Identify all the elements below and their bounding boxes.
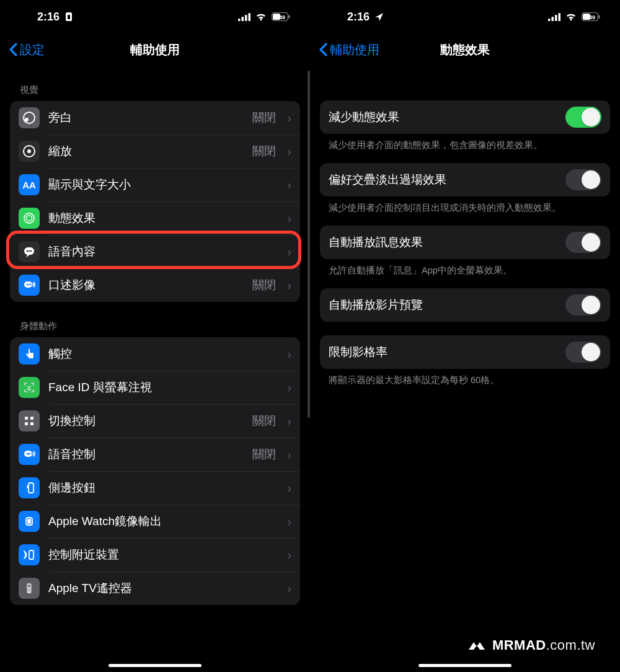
row-voiceover[interactable]: 旁白 關閉 › — [10, 101, 300, 135]
row-watch-mirror[interactable]: Apple Watch鏡像輸出 › — [10, 505, 300, 538]
row-label: Apple Watch鏡像輸出 — [48, 513, 276, 529]
side-button-icon — [19, 477, 40, 498]
row-display-text[interactable]: AA 顯示與文字大小 › — [10, 168, 300, 201]
chevron-right-icon: › — [285, 448, 291, 462]
svg-rect-4 — [245, 15, 247, 21]
svg-point-18 — [29, 250, 30, 252]
svg-point-38 — [28, 588, 29, 590]
chevron-right-icon: › — [285, 111, 291, 125]
row-limit-frame-rate[interactable]: 限制影格率 — [320, 335, 610, 369]
row-motion[interactable]: 動態效果 › — [10, 201, 300, 235]
nav-bar: 輔助使用 動態效果 — [310, 33, 620, 66]
group-limit-frame-rate: 限制影格率 — [320, 335, 610, 369]
chevron-right-icon: › — [285, 515, 291, 529]
row-value: 關閉 — [252, 110, 276, 126]
watermark-logo-icon — [467, 639, 486, 652]
row-label: 偏好交疊淡出過場效果 — [329, 172, 557, 188]
row-voice-control[interactable]: 語音控制 關閉 › — [10, 438, 300, 471]
group-crossfade: 偏好交疊淡出過場效果 — [320, 163, 610, 197]
status-time: 2:16 — [347, 11, 370, 24]
toggle-crossfade[interactable] — [565, 169, 601, 190]
toggle-limit-frame-rate[interactable] — [565, 342, 601, 363]
row-autoplay-messages[interactable]: 自動播放訊息效果 — [320, 226, 610, 259]
svg-rect-27 — [30, 417, 33, 420]
svg-rect-35 — [29, 550, 33, 559]
back-button[interactable]: 設定 — [9, 42, 45, 58]
svg-point-41 — [30, 590, 31, 591]
row-audio-descriptions[interactable]: 口述影像 關閉 › — [10, 268, 300, 302]
svg-point-21 — [26, 284, 27, 285]
row-label: 切換控制 — [48, 413, 244, 429]
status-time: 2:16 — [37, 11, 60, 24]
svg-rect-34 — [27, 519, 31, 524]
cell-signal-icon — [238, 13, 250, 21]
switch-control-icon — [19, 410, 40, 431]
row-reduce-motion[interactable]: 減少動態效果 — [320, 100, 610, 134]
row-nearby-devices[interactable]: 控制附近裝置 › — [10, 538, 300, 572]
chevron-right-icon: › — [285, 414, 291, 428]
page-title: 輔助使用 — [0, 42, 310, 58]
row-faceid[interactable]: Face ID 與螢幕注視 › — [10, 371, 300, 404]
row-label: 自動播放訊息效果 — [329, 234, 557, 250]
row-label: 控制附近裝置 — [48, 547, 276, 563]
svg-rect-32 — [27, 485, 29, 489]
svg-point-10 — [24, 112, 35, 123]
location-icon — [374, 12, 384, 22]
row-label: 減少動態效果 — [329, 109, 557, 125]
toggle-reduce-motion[interactable] — [565, 107, 601, 128]
svg-rect-45 — [559, 13, 561, 21]
home-indicator[interactable] — [108, 664, 202, 667]
row-zoom[interactable]: 縮放 關閉 › — [10, 135, 300, 168]
svg-rect-26 — [25, 417, 28, 420]
svg-point-23 — [30, 284, 31, 285]
note-autoplay-messages: 允許自動播放「訊息」App中的全螢幕效果。 — [310, 259, 620, 288]
svg-rect-29 — [30, 422, 33, 425]
toggle-autoplay-messages[interactable] — [565, 232, 601, 253]
home-indicator[interactable] — [418, 664, 512, 667]
zoom-icon — [19, 141, 40, 162]
section-header-visual: 視覺 — [0, 66, 310, 101]
group-visual: 旁白 關閉 › 縮放 關閉 › AA 顯示與文字大小 › 動態效果 › — [10, 101, 300, 302]
row-autoplay-video[interactable]: 自動播放影片預覽 — [320, 288, 610, 322]
row-label: 語音內容 — [48, 244, 276, 260]
row-side-button[interactable]: 側邊按鈕 › — [10, 471, 300, 505]
wifi-icon — [255, 12, 267, 21]
svg-point-15 — [27, 216, 32, 221]
faceid-icon — [19, 377, 40, 398]
svg-rect-1 — [68, 15, 70, 19]
row-switch-control[interactable]: 切換控制 關閉 › — [10, 404, 300, 438]
wifi-icon — [565, 12, 577, 21]
svg-point-37 — [28, 585, 30, 587]
toggle-autoplay-video[interactable] — [565, 294, 601, 316]
row-touch[interactable]: 觸控 › — [10, 337, 300, 371]
appletv-remote-icon — [19, 578, 40, 599]
display-text-icon: AA — [19, 174, 40, 195]
row-label: 側邊按鈕 — [48, 480, 276, 496]
watermark-suffix: .com.tw — [546, 637, 595, 653]
row-label: 自動播放影片預覽 — [329, 297, 557, 313]
row-spoken-content[interactable]: 語音內容 › — [10, 235, 300, 268]
chevron-right-icon: › — [285, 245, 291, 259]
back-button[interactable]: 輔助使用 — [319, 42, 379, 58]
voice-control-icon — [19, 444, 40, 465]
row-appletv-remote[interactable]: Apple TV遙控器 › — [10, 572, 300, 605]
row-crossfade[interactable]: 偏好交疊淡出過場效果 — [320, 163, 610, 197]
nav-bar: 設定 輔助使用 — [0, 33, 310, 66]
group-autoplay-messages: 自動播放訊息效果 — [320, 226, 610, 259]
row-label: Apple TV遙控器 — [48, 580, 276, 596]
svg-rect-3 — [242, 17, 244, 21]
svg-point-19 — [30, 250, 32, 252]
chevron-right-icon: › — [285, 178, 291, 192]
back-label: 設定 — [20, 42, 45, 58]
svg-rect-48 — [599, 15, 600, 19]
chevron-right-icon: › — [285, 278, 291, 293]
svg-point-40 — [28, 590, 29, 591]
row-value: 關閉 — [252, 143, 276, 159]
note-limit-frame-rate: 將顯示器的最大影格率設定為每秒 60格。 — [310, 369, 620, 398]
row-value: 關閉 — [252, 413, 276, 429]
chevron-left-icon — [9, 43, 17, 56]
row-label: 口述影像 — [48, 277, 244, 293]
chevron-right-icon: › — [285, 581, 291, 596]
chevron-right-icon: › — [285, 481, 291, 495]
row-label: 縮放 — [48, 143, 244, 159]
